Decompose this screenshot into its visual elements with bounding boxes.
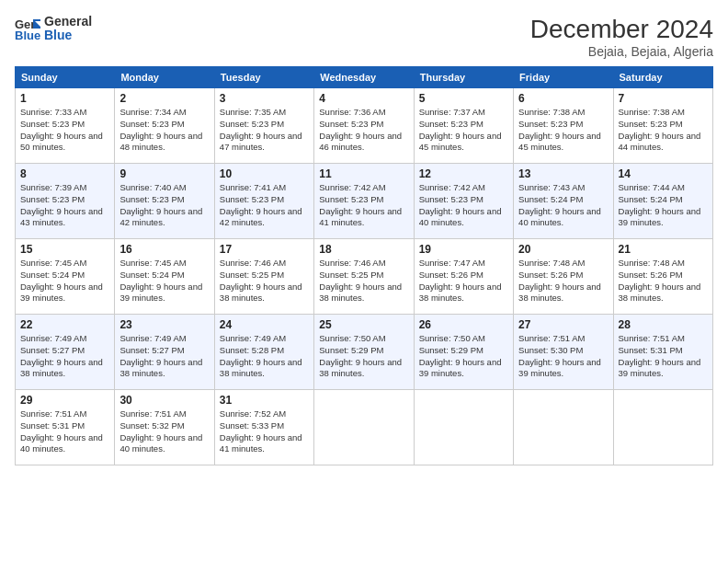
weekday-header-row: SundayMondayTuesdayWednesdayThursdayFrid… — [16, 67, 713, 88]
day-number: 23 — [119, 318, 209, 331]
day-info: Sunrise: 7:46 AMSunset: 5:25 PMDaylight:… — [319, 258, 408, 304]
day-info: Sunrise: 7:34 AMSunset: 5:23 PMDaylight:… — [119, 107, 209, 154]
weekday-monday: Monday — [115, 67, 214, 88]
day-cell-30: 30Sunrise: 7:51 AMSunset: 5:32 PMDayligh… — [115, 390, 214, 465]
day-cell-1: 1Sunrise: 7:33 AMSunset: 5:23 PMDaylight… — [16, 88, 115, 164]
day-number: 19 — [419, 243, 508, 256]
day-info: Sunrise: 7:37 AMSunset: 5:23 PMDaylight:… — [419, 107, 508, 154]
empty-cell — [514, 390, 613, 465]
month-title: December 2024 — [530, 15, 713, 44]
day-cell-13: 13Sunrise: 7:43 AMSunset: 5:24 PMDayligh… — [514, 164, 613, 239]
week-row-4: 22Sunrise: 7:49 AMSunset: 5:27 PMDayligh… — [16, 315, 713, 390]
day-number: 13 — [518, 167, 608, 180]
location-title: Bejaia, Bejaia, Algeria — [530, 44, 713, 59]
day-info: Sunrise: 7:42 AMSunset: 5:23 PMDaylight:… — [319, 182, 408, 229]
day-cell-24: 24Sunrise: 7:49 AMSunset: 5:28 PMDayligh… — [214, 315, 313, 390]
day-cell-25: 25Sunrise: 7:50 AMSunset: 5:29 PMDayligh… — [314, 315, 414, 390]
day-info: Sunrise: 7:51 AMSunset: 5:31 PMDaylight:… — [619, 333, 708, 380]
day-number: 28 — [619, 318, 708, 331]
day-cell-31: 31Sunrise: 7:52 AMSunset: 5:33 PMDayligh… — [214, 390, 313, 465]
day-cell-14: 14Sunrise: 7:44 AMSunset: 5:24 PMDayligh… — [613, 164, 712, 239]
day-number: 25 — [319, 318, 408, 331]
day-number: 26 — [419, 318, 508, 331]
day-info: Sunrise: 7:41 AMSunset: 5:23 PMDaylight:… — [220, 182, 309, 229]
day-info: Sunrise: 7:50 AMSunset: 5:29 PMDaylight:… — [319, 333, 408, 380]
day-cell-27: 27Sunrise: 7:51 AMSunset: 5:30 PMDayligh… — [514, 315, 613, 390]
day-number: 17 — [220, 243, 309, 256]
day-info: Sunrise: 7:38 AMSunset: 5:23 PMDaylight:… — [619, 107, 708, 154]
week-row-2: 8Sunrise: 7:39 AMSunset: 5:23 PMDaylight… — [16, 164, 713, 239]
day-number: 6 — [518, 92, 608, 105]
day-number: 20 — [518, 243, 608, 256]
day-number: 30 — [119, 394, 209, 407]
day-info: Sunrise: 7:44 AMSunset: 5:24 PMDaylight:… — [619, 182, 708, 229]
weekday-friday: Friday — [514, 67, 613, 88]
day-number: 3 — [220, 92, 309, 105]
empty-cell — [314, 390, 414, 465]
day-cell-29: 29Sunrise: 7:51 AMSunset: 5:31 PMDayligh… — [16, 390, 115, 465]
day-info: Sunrise: 7:45 AMSunset: 5:24 PMDaylight:… — [119, 258, 209, 304]
day-info: Sunrise: 7:47 AMSunset: 5:26 PMDaylight:… — [419, 258, 508, 304]
day-info: Sunrise: 7:42 AMSunset: 5:23 PMDaylight:… — [419, 182, 508, 229]
week-row-3: 15Sunrise: 7:45 AMSunset: 5:24 PMDayligh… — [16, 239, 713, 315]
empty-cell — [613, 390, 712, 465]
day-info: Sunrise: 7:50 AMSunset: 5:29 PMDaylight:… — [419, 333, 508, 380]
day-number: 10 — [220, 167, 309, 180]
day-cell-28: 28Sunrise: 7:51 AMSunset: 5:31 PMDayligh… — [613, 315, 712, 390]
day-info: Sunrise: 7:36 AMSunset: 5:23 PMDaylight:… — [319, 107, 408, 154]
header: General Blue General Blue December 2024 … — [15, 15, 713, 59]
day-info: Sunrise: 7:51 AMSunset: 5:30 PMDaylight:… — [518, 333, 608, 380]
day-number: 22 — [20, 318, 109, 331]
day-info: Sunrise: 7:49 AMSunset: 5:27 PMDaylight:… — [20, 333, 109, 380]
day-cell-9: 9Sunrise: 7:40 AMSunset: 5:23 PMDaylight… — [115, 164, 214, 239]
day-number: 14 — [619, 167, 708, 180]
day-cell-4: 4Sunrise: 7:36 AMSunset: 5:23 PMDaylight… — [314, 88, 414, 164]
calendar-header: SundayMondayTuesdayWednesdayThursdayFrid… — [16, 67, 713, 88]
weekday-saturday: Saturday — [613, 67, 712, 88]
day-number: 29 — [20, 394, 109, 407]
day-info: Sunrise: 7:48 AMSunset: 5:26 PMDaylight:… — [619, 258, 708, 304]
day-info: Sunrise: 7:45 AMSunset: 5:24 PMDaylight:… — [20, 258, 109, 304]
day-cell-16: 16Sunrise: 7:45 AMSunset: 5:24 PMDayligh… — [115, 239, 214, 315]
day-cell-3: 3Sunrise: 7:35 AMSunset: 5:23 PMDaylight… — [214, 88, 313, 164]
day-number: 15 — [20, 243, 109, 256]
day-cell-2: 2Sunrise: 7:34 AMSunset: 5:23 PMDaylight… — [115, 88, 214, 164]
weekday-thursday: Thursday — [414, 67, 513, 88]
day-cell-5: 5Sunrise: 7:37 AMSunset: 5:23 PMDaylight… — [414, 88, 513, 164]
title-block: December 2024 Bejaia, Bejaia, Algeria — [530, 15, 713, 59]
day-cell-11: 11Sunrise: 7:42 AMSunset: 5:23 PMDayligh… — [314, 164, 414, 239]
calendar-table: SundayMondayTuesdayWednesdayThursdayFrid… — [15, 66, 713, 465]
day-number: 9 — [119, 167, 209, 180]
day-number: 5 — [419, 92, 508, 105]
svg-text:Blue: Blue — [15, 29, 40, 41]
day-number: 8 — [20, 167, 109, 180]
day-info: Sunrise: 7:48 AMSunset: 5:26 PMDaylight:… — [518, 258, 608, 304]
day-number: 31 — [220, 394, 309, 407]
day-number: 4 — [319, 92, 408, 105]
day-number: 11 — [319, 167, 408, 180]
day-info: Sunrise: 7:52 AMSunset: 5:33 PMDaylight:… — [220, 408, 309, 455]
day-number: 1 — [20, 92, 109, 105]
day-number: 12 — [419, 167, 508, 180]
week-row-5: 29Sunrise: 7:51 AMSunset: 5:31 PMDayligh… — [16, 390, 713, 465]
day-info: Sunrise: 7:51 AMSunset: 5:32 PMDaylight:… — [119, 408, 209, 455]
day-cell-12: 12Sunrise: 7:42 AMSunset: 5:23 PMDayligh… — [414, 164, 513, 239]
day-info: Sunrise: 7:40 AMSunset: 5:23 PMDaylight:… — [119, 182, 209, 229]
day-number: 18 — [319, 243, 408, 256]
day-cell-21: 21Sunrise: 7:48 AMSunset: 5:26 PMDayligh… — [613, 239, 712, 315]
calendar-page: General Blue General Blue December 2024 … — [0, 0, 728, 563]
day-cell-19: 19Sunrise: 7:47 AMSunset: 5:26 PMDayligh… — [414, 239, 513, 315]
day-cell-17: 17Sunrise: 7:46 AMSunset: 5:25 PMDayligh… — [214, 239, 313, 315]
day-info: Sunrise: 7:43 AMSunset: 5:24 PMDaylight:… — [518, 182, 608, 229]
day-info: Sunrise: 7:35 AMSunset: 5:23 PMDaylight:… — [220, 107, 309, 154]
day-cell-18: 18Sunrise: 7:46 AMSunset: 5:25 PMDayligh… — [314, 239, 414, 315]
day-cell-26: 26Sunrise: 7:50 AMSunset: 5:29 PMDayligh… — [414, 315, 513, 390]
day-cell-8: 8Sunrise: 7:39 AMSunset: 5:23 PMDaylight… — [16, 164, 115, 239]
day-cell-6: 6Sunrise: 7:38 AMSunset: 5:23 PMDaylight… — [514, 88, 613, 164]
day-number: 16 — [119, 243, 209, 256]
day-info: Sunrise: 7:49 AMSunset: 5:28 PMDaylight:… — [220, 333, 309, 380]
day-info: Sunrise: 7:38 AMSunset: 5:23 PMDaylight:… — [518, 107, 608, 154]
day-number: 7 — [619, 92, 708, 105]
day-info: Sunrise: 7:46 AMSunset: 5:25 PMDaylight:… — [220, 258, 309, 304]
weekday-wednesday: Wednesday — [314, 67, 414, 88]
